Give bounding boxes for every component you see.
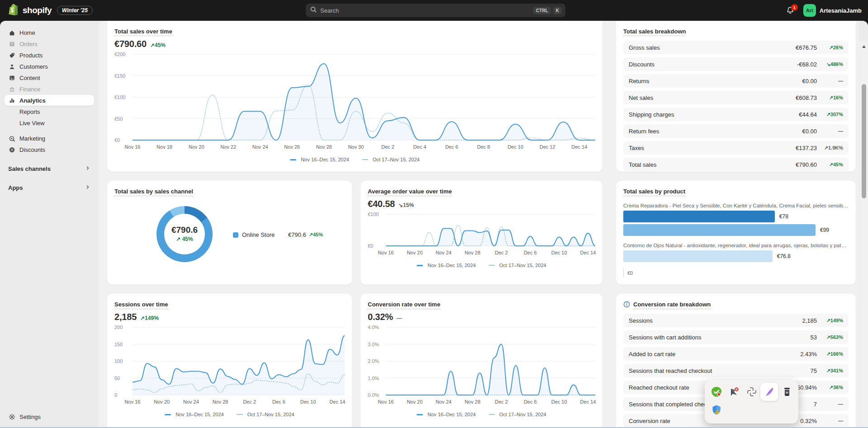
aov-value: €40.58 xyxy=(368,199,395,209)
flag-error-extension-icon[interactable] xyxy=(725,383,743,401)
sidebar-item-products[interactable]: Products xyxy=(5,50,94,61)
legend-dotted-swatch xyxy=(362,159,368,160)
topbar: shopify Winter '25 CTRL K 1 Art Artesaní… xyxy=(0,0,868,21)
scrollbar-thumb[interactable] xyxy=(862,84,866,198)
search-input[interactable] xyxy=(320,7,531,14)
table-row[interactable]: Taxes€137.23↗1.9K% xyxy=(623,141,849,155)
aov-line-chart xyxy=(386,213,595,247)
table-row[interactable]: Discounts-€68.02↘486% xyxy=(623,57,849,71)
shield-warning-extension-icon[interactable] xyxy=(707,401,725,419)
sidebar-item-finance[interactable]: Finance xyxy=(5,84,94,94)
x-axis-labels: Nov 16Nov 20Nov 24Nov 28Dec 2Dec 6Dec 10… xyxy=(133,399,345,406)
notifications-button[interactable]: 1 xyxy=(783,4,797,17)
gear-icon xyxy=(8,413,15,420)
finance-icon xyxy=(8,85,15,93)
table-row[interactable]: Total sales€790.60↗45% xyxy=(623,158,849,171)
sidebar-item-orders[interactable]: Orders xyxy=(5,38,94,49)
extensions-overlay-panel xyxy=(705,380,798,423)
sidebar-item-marketing[interactable]: Marketing xyxy=(5,133,94,144)
y-axis-labels: €200€150€100€50€0 xyxy=(114,53,133,141)
sidebar-item-live-view[interactable]: Live View xyxy=(5,118,94,128)
sidebar-item-home[interactable]: Home xyxy=(5,27,94,38)
info-icon[interactable] xyxy=(623,301,630,308)
scrollbar[interactable] xyxy=(859,42,868,428)
card-title[interactable]: Total sales by sales channel xyxy=(114,188,193,196)
x-axis-zero-label: €0 xyxy=(623,268,849,277)
table-row[interactable]: Sessions with cart additions53↗563% xyxy=(623,330,849,344)
product-bar[interactable] xyxy=(623,224,816,236)
shopify-logo[interactable]: shopify xyxy=(8,4,52,18)
total-sales-delta: ↗45% xyxy=(150,42,166,48)
card-title[interactable]: Total sales over time xyxy=(114,28,172,36)
card-title[interactable]: Conversion rate over time xyxy=(368,301,440,309)
card-sessions-over-time: Sessions over time 2,185 ↗149% 200150100… xyxy=(107,294,352,428)
table-row[interactable]: Return fees€0.00— xyxy=(623,124,849,138)
card-title[interactable]: Total sales breakdown xyxy=(623,28,686,36)
knot-extension-icon[interactable] xyxy=(743,383,760,401)
sessions-value: 2,185 xyxy=(114,312,137,322)
home-icon xyxy=(8,29,15,36)
sidebar-item-reports[interactable]: Reports xyxy=(5,106,94,117)
card-total-sales-breakdown: Total sales breakdown Gross sales€676.75… xyxy=(616,21,856,172)
sidebar-section-apps[interactable]: Apps xyxy=(5,182,94,193)
sidebar-section-sales-channels[interactable]: Sales channels xyxy=(5,163,94,174)
app-frame: Home Orders Products Customers Content F… xyxy=(0,21,868,428)
card-title[interactable]: Conversion rate breakdown xyxy=(633,301,711,309)
store-name: ArtesaníaJamb xyxy=(820,7,862,14)
kbd-ctrl: CTRL xyxy=(533,7,551,14)
chart-legend: Nov 16–Dec 15, 2024 Oct 17–Nov 15, 2024 xyxy=(114,157,595,162)
channel-legend-row: Online Store xyxy=(233,231,275,238)
scroll-up-arrow-icon[interactable] xyxy=(862,45,866,48)
chart-legend: Nov 16–Dec 15, 2024 Oct 17–Nov 15, 2024 xyxy=(368,412,595,417)
card-average-order-value: Average order value over time €40.58 ↘15… xyxy=(360,181,602,285)
y-axis-labels: €100€0 xyxy=(368,213,386,247)
notification-count-badge: 1 xyxy=(791,4,798,11)
bar-row: €78 xyxy=(623,211,849,222)
card-total-sales-over-time: Total sales over time €790.60 ↗45% €200€… xyxy=(107,21,602,172)
product-bar[interactable] xyxy=(623,250,773,262)
table-row[interactable]: Sessions that reached checkout75↗341% xyxy=(623,364,849,377)
legend-dotted-swatch xyxy=(489,265,495,266)
sidebar-item-analytics[interactable]: Analytics xyxy=(5,95,94,106)
sidebar-item-customers[interactable]: Customers xyxy=(5,61,94,72)
bar-value-label: €78 xyxy=(779,213,788,220)
analytics-icon xyxy=(8,97,15,104)
sessions-delta: ↗149% xyxy=(140,315,159,321)
total-sales-value: €790.60 xyxy=(114,39,147,49)
x-axis-labels: Nov 16Nov 20Nov 24Nov 28Dec 2Dec 6Dec 10… xyxy=(386,250,595,257)
table-row[interactable]: Returns€0.00— xyxy=(623,74,849,88)
table-row[interactable]: Net sales€608.73↗16% xyxy=(623,91,849,104)
version-badge[interactable]: Winter '25 xyxy=(57,6,93,15)
sidebar-item-content[interactable]: Content xyxy=(5,72,94,83)
trash-extension-icon[interactable] xyxy=(778,383,796,401)
orders-icon xyxy=(8,40,15,47)
table-row[interactable]: Shipping charges€44.64↗307% xyxy=(623,108,849,121)
store-menu[interactable]: Art ArtesaníaJamb xyxy=(803,4,862,17)
chevron-right-icon xyxy=(85,184,90,191)
legend-solid-swatch xyxy=(417,414,423,415)
products-icon xyxy=(8,52,15,59)
legend-solid-swatch xyxy=(165,414,171,415)
chevron-right-icon xyxy=(85,165,90,172)
legend-swatch xyxy=(233,232,238,238)
card-title[interactable]: Sessions over time xyxy=(114,301,168,309)
product-name: Crema Reparadora - Piel Seca y Sensible,… xyxy=(623,203,849,208)
shopify-bag-icon xyxy=(8,4,19,18)
feather-extension-icon[interactable] xyxy=(760,383,778,401)
table-row[interactable]: Sessions2,185↗149% xyxy=(623,314,849,327)
green-check-extension-icon[interactable] xyxy=(707,383,725,401)
search-bar[interactable]: CTRL K xyxy=(306,4,565,17)
customers-icon xyxy=(8,63,15,70)
y-axis-labels: 200150100500 xyxy=(114,326,133,396)
product-bar[interactable] xyxy=(623,211,775,222)
card-title[interactable]: Average order value over time xyxy=(368,188,452,196)
bar-row: €99 xyxy=(623,224,849,236)
card-total-sales-by-product: Total sales by product Crema Reparadora … xyxy=(616,181,856,285)
sidebar-item-discounts[interactable]: Discounts xyxy=(5,144,94,155)
discounts-icon xyxy=(8,146,15,153)
table-row[interactable]: Gross sales€676.75↗26% xyxy=(623,41,849,54)
legend-solid-swatch xyxy=(290,159,296,160)
card-title[interactable]: Total sales by product xyxy=(623,188,685,196)
table-row[interactable]: Added to cart rate2.43%↗166% xyxy=(623,347,849,361)
sidebar-item-settings[interactable]: Settings xyxy=(5,411,94,422)
